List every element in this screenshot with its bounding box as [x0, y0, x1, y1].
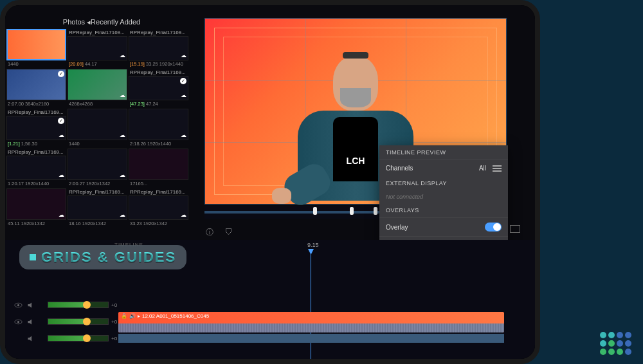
- cloud-icon: ☁: [120, 92, 125, 98]
- clip-title: RPReplay_Final17169...: [6, 149, 66, 156]
- media-clip[interactable]: 17165...: [129, 149, 188, 187]
- cloud-icon: ☁: [181, 132, 186, 138]
- audio-clip[interactable]: [118, 334, 504, 343]
- badge-dot-icon: [30, 254, 36, 260]
- media-clip[interactable]: ☁45.11 1920x1342: [6, 188, 66, 227]
- clip-thumbnail: ☁: [129, 36, 188, 60]
- check-icon: ✓: [58, 71, 64, 77]
- clip-thumbnail: ☁: [129, 109, 188, 140]
- clip-thumbnail: ☁✓: [6, 116, 66, 140]
- marker-icon[interactable]: ⛉: [223, 226, 235, 238]
- clip-thumbnail: ☁: [68, 36, 127, 60]
- clip-title: RPReplay_Final17169...: [129, 29, 188, 36]
- eye-icon[interactable]: [14, 301, 23, 309]
- clip-thumbnail: ☁: [129, 196, 188, 220]
- clip-metadata: 4268x4268: [68, 100, 127, 107]
- channels-value: All: [479, 165, 486, 172]
- clip-metadata: [20.09] 44.17: [68, 60, 127, 68]
- section-timeline-preview: TIMELINE PREVIEW: [379, 145, 508, 159]
- media-clip[interactable]: ☁1440: [68, 109, 127, 147]
- speaker-icon[interactable]: [26, 334, 35, 343]
- media-clip[interactable]: RPReplay_Final17169...☁[15.19] 33.25 192…: [129, 29, 188, 68]
- svg-point-3: [17, 304, 19, 305]
- waveform: [118, 323, 504, 332]
- media-clip[interactable]: ☁2:18.26 1920x1440: [129, 109, 188, 147]
- browser-header[interactable]: Photos ◂Recently Added: [5, 15, 198, 29]
- shirt-text: LCH: [347, 156, 365, 166]
- cloud-icon: ☁: [181, 92, 186, 98]
- clip-metadata: 2:00.27 1920x1342: [68, 180, 127, 187]
- volume-meter[interactable]: [48, 302, 109, 308]
- clip-metadata: [15.19] 33.25 1920x1440: [129, 60, 188, 68]
- clip-thumbnail: ☁: [6, 156, 66, 180]
- media-clip[interactable]: 1440: [6, 29, 66, 68]
- media-clip[interactable]: RPReplay_Final17169...☁18.16 1920x1342: [68, 188, 127, 227]
- clip-title: RPReplay_Final17169...: [129, 69, 188, 76]
- list-icon: [493, 165, 502, 172]
- cloud-icon: ☁: [59, 132, 64, 138]
- app-screen: Photos ◂Recently Added 1440RPReplay_Fina…: [5, 5, 535, 359]
- clip-metadata: [1.21] 1;56.30: [6, 140, 66, 147]
- cloud-icon: ☁: [181, 212, 186, 218]
- media-clip[interactable]: ☁4268x4268: [68, 69, 127, 107]
- clip-title: RPReplay_Final17169...: [6, 109, 66, 116]
- eye-icon[interactable]: [14, 318, 23, 326]
- clip-name: 12.02 A001_05151406_C045: [142, 313, 209, 319]
- clip-metadata: 45.11 1920x1342: [6, 220, 66, 227]
- cloud-icon: ☁: [59, 212, 64, 218]
- aspect-icon[interactable]: [510, 225, 520, 233]
- track-row: +0: [5, 298, 535, 312]
- clip-metadata: 33.23 1920x1342: [129, 220, 188, 227]
- clip-thumbnail: [129, 149, 188, 180]
- speaker-icon[interactable]: [26, 318, 35, 326]
- speaker-icon[interactable]: [26, 301, 35, 309]
- media-clip[interactable]: ☁2:00.27 1920x1342: [68, 149, 127, 187]
- channels-label: Channels: [386, 165, 413, 172]
- browser-title: Photos ◂Recently Added: [63, 18, 140, 26]
- clip-metadata: 18.16 1920x1342: [68, 220, 127, 227]
- clip-thumbnail: [6, 29, 66, 60]
- media-clip[interactable]: RPReplay_Final17169...☁33.23 1920x1342: [129, 188, 188, 227]
- track-value: +0: [111, 336, 117, 341]
- clip-metadata: 17165...: [129, 180, 188, 187]
- info-icon[interactable]: ⓘ: [204, 226, 215, 238]
- channels-row[interactable]: Channels All: [379, 159, 508, 176]
- clip-title: RPReplay_Final17169...: [129, 188, 188, 196]
- clip-thumbnail: ☁: [68, 196, 127, 220]
- cloud-icon: ☁: [120, 172, 125, 178]
- clip-title: RPReplay_Final17169...: [68, 188, 127, 196]
- lock-icon: 🔒: [121, 313, 127, 319]
- clip-metadata: 1440: [6, 60, 66, 68]
- section-overlays: OVERLAYS: [379, 203, 508, 217]
- media-clip[interactable]: RPReplay_Final17169...☁[20.09] 44.17: [68, 29, 127, 68]
- media-clip[interactable]: ✓2:07.00 3840x2160: [6, 69, 66, 107]
- track-value: +0: [111, 302, 117, 308]
- timeline-time: 9.15: [307, 242, 319, 248]
- clip-metadata: [47.23] 47.24: [129, 100, 188, 107]
- audio-icon: 🔊: [129, 313, 136, 319]
- overlay-toggle[interactable]: [485, 223, 502, 232]
- cloud-icon: ☁: [181, 52, 186, 59]
- cloud-icon: ☁: [120, 212, 125, 218]
- tutorial-badge: GRIDS & GUIDES: [19, 245, 186, 269]
- volume-meter[interactable]: [48, 335, 109, 341]
- media-clip[interactable]: RPReplay_Final17169...☁1:20.17 1920x1440: [6, 149, 66, 187]
- timeline-clip[interactable]: 🔒 🔊 ▸ 12.02 A001_05151406_C045: [118, 312, 504, 332]
- clip-grid: 1440RPReplay_Final17169...☁[20.09] 44.17…: [5, 29, 198, 227]
- track-value: +0: [111, 319, 117, 325]
- clip-thumbnail: ☁: [6, 188, 66, 220]
- clip-metadata: 2:07.00 3840x2160: [6, 100, 66, 107]
- svg-point-5: [17, 320, 19, 322]
- clip-title: RPReplay_Final17169...: [68, 29, 127, 36]
- app-logo: [600, 332, 631, 355]
- volume-meter[interactable]: [48, 318, 109, 325]
- check-icon: ✓: [180, 78, 186, 84]
- cloud-icon: ☁: [59, 172, 64, 178]
- clip-thumbnail: ☁✓: [129, 76, 188, 100]
- media-browser: Photos ◂Recently Added 1440RPReplay_Fina…: [5, 15, 198, 234]
- media-clip[interactable]: RPReplay_Final17169...☁✓[1.21] 1;56.30: [6, 109, 66, 147]
- clip-thumbnail: ✓: [6, 69, 66, 100]
- clip-thumbnail: ☁: [68, 149, 127, 180]
- media-clip[interactable]: RPReplay_Final17169...☁✓[47.23] 47.24: [129, 69, 188, 107]
- section-external-display: EXTERNAL DISPLAY: [379, 176, 508, 190]
